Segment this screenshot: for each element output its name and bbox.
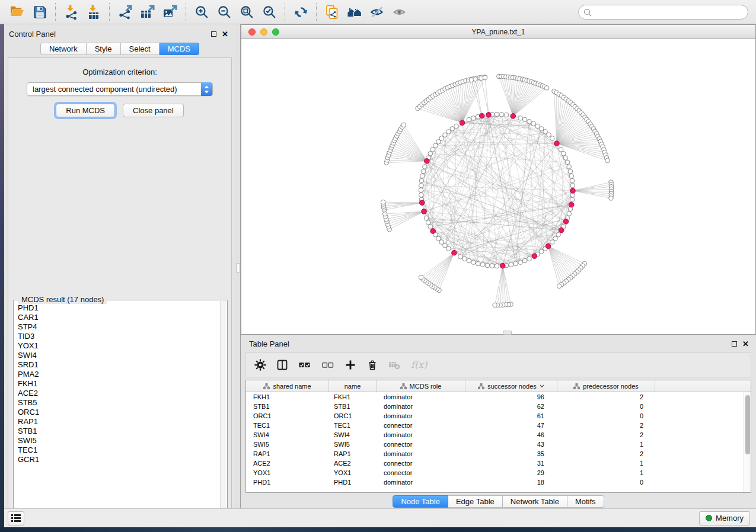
cell-predecessor-nodes[interactable]: 0 [557, 479, 655, 486]
graph-node[interactable] [539, 249, 544, 254]
save-session-icon[interactable] [31, 3, 49, 21]
tab-select[interactable]: Select [121, 43, 160, 55]
graph-node[interactable] [567, 211, 572, 216]
graph-node[interactable] [424, 216, 429, 220]
graph-hub-node[interactable] [511, 114, 516, 119]
cell-mcds-role[interactable]: dominator [377, 431, 465, 438]
cell-name[interactable]: SWI5 [329, 441, 377, 448]
graph-hub-node[interactable] [486, 113, 492, 118]
tab-network-table[interactable]: Network Table [503, 495, 567, 508]
cell-successor-nodes[interactable]: 62 [465, 403, 557, 410]
cell-shared-name[interactable]: STB1 [246, 403, 329, 410]
mcds-result-item[interactable]: TEC1 [18, 446, 220, 455]
table-row[interactable]: TEC1TEC1connector472 [246, 421, 744, 430]
tab-edge-table[interactable]: Edge Table [448, 495, 503, 508]
graph-edge[interactable] [422, 105, 462, 123]
cell-successor-nodes[interactable]: 61 [465, 412, 557, 419]
graph-node[interactable] [568, 169, 573, 174]
graph-edge[interactable] [430, 98, 462, 123]
graph-node[interactable] [609, 196, 614, 201]
zoom-selected-icon[interactable] [260, 3, 278, 21]
graph-node[interactable] [495, 264, 499, 268]
graph-hub-node[interactable] [554, 141, 560, 146]
graph-edge[interactable] [387, 211, 425, 222]
cell-successor-nodes[interactable]: 46 [465, 431, 557, 438]
mcds-result-item[interactable]: YOX1 [18, 341, 220, 351]
cell-shared-name[interactable]: TEC1 [246, 422, 329, 429]
graph-edge[interactable] [573, 187, 611, 191]
graph-edge[interactable] [554, 91, 557, 143]
task-history-button[interactable] [8, 511, 24, 525]
graph-node[interactable] [539, 127, 544, 132]
export-table-icon[interactable] [139, 3, 157, 21]
graph-edge[interactable] [402, 127, 427, 161]
table-row[interactable]: ORC1ORC1dominator610 [246, 411, 744, 421]
mcds-result-item[interactable]: STB5 [18, 398, 220, 408]
cell-mcds-role[interactable]: connector [377, 441, 465, 448]
graph-node[interactable] [454, 124, 459, 129]
graph-edge[interactable] [390, 211, 425, 229]
graph-node[interactable] [569, 174, 574, 178]
run-mcds-button[interactable]: Run MCDS [56, 104, 115, 117]
mcds-result-item[interactable]: STB1 [18, 427, 220, 436]
cell-shared-name[interactable]: RAP1 [246, 450, 329, 457]
cell-mcds-role[interactable]: dominator [377, 450, 465, 457]
graph-node[interactable] [430, 148, 435, 152]
first-neighbors-icon[interactable] [346, 3, 363, 21]
graph-hub-node[interactable] [569, 202, 574, 207]
graph-node[interactable] [419, 193, 424, 197]
graph-node[interactable] [483, 75, 487, 80]
cell-successor-nodes[interactable]: 29 [465, 469, 557, 476]
graph-hub-node[interactable] [430, 229, 436, 234]
graph-node[interactable] [426, 220, 430, 225]
graph-node[interactable] [419, 188, 423, 193]
tab-mcds[interactable]: MCDS [160, 43, 199, 55]
graph-node[interactable] [567, 165, 572, 169]
export-network-icon[interactable] [116, 3, 134, 21]
graph-node[interactable] [476, 261, 480, 266]
close-panel-button[interactable]: Close panel [123, 104, 184, 117]
cell-name[interactable]: ORC1 [329, 412, 377, 419]
cell-successor-nodes[interactable]: 31 [465, 460, 557, 467]
cell-shared-name[interactable]: FKH1 [246, 393, 329, 400]
graph-node[interactable] [381, 200, 385, 204]
graph-edge[interactable] [548, 246, 573, 275]
graph-node[interactable] [419, 183, 424, 188]
graph-node[interactable] [428, 225, 433, 229]
graph-hub-node[interactable] [559, 227, 564, 233]
splitter-handle[interactable] [236, 263, 240, 273]
graph-node[interactable] [527, 119, 532, 124]
tab-node-table[interactable]: Node Table [393, 495, 448, 508]
cell-mcds-role[interactable]: connector [377, 469, 465, 476]
graph-edge[interactable] [462, 79, 471, 123]
cell-shared-name[interactable]: ORC1 [246, 412, 329, 419]
graph-node[interactable] [420, 174, 425, 178]
graph-edge[interactable] [429, 253, 454, 284]
column-chooser-icon[interactable] [276, 359, 288, 371]
cell-mcds-role[interactable]: dominator [377, 403, 465, 410]
open-file-icon[interactable] [8, 3, 26, 21]
cell-mcds-role[interactable]: connector [377, 460, 465, 467]
mcds-result-item[interactable]: RAP1 [18, 417, 220, 427]
graph-edge[interactable] [425, 253, 454, 281]
cell-predecessor-nodes[interactable]: 0 [557, 403, 655, 410]
mcds-result-item[interactable]: SRD1 [18, 360, 220, 370]
graph-node[interactable] [504, 113, 509, 117]
graph-node[interactable] [423, 165, 428, 169]
graph-node[interactable] [565, 160, 570, 165]
graph-node[interactable] [480, 262, 485, 267]
graph-node[interactable] [522, 258, 527, 263]
graph-node[interactable] [401, 123, 406, 127]
graph-node[interactable] [428, 152, 433, 156]
graph-node[interactable] [550, 136, 555, 141]
horizontal-splitter-handle[interactable] [503, 331, 512, 335]
graph-node[interactable] [467, 258, 471, 263]
cell-predecessor-nodes[interactable]: 1 [557, 460, 655, 467]
graph-node[interactable] [462, 257, 467, 261]
mcds-result-item[interactable]: GCR1 [18, 455, 220, 464]
cell-successor-nodes[interactable]: 18 [465, 479, 557, 486]
float-panel-icon[interactable] [211, 31, 216, 37]
close-panel-icon[interactable]: ✕ [222, 31, 228, 37]
graph-edge[interactable] [423, 253, 454, 279]
mcds-result-item[interactable]: PHD1 [18, 303, 220, 313]
